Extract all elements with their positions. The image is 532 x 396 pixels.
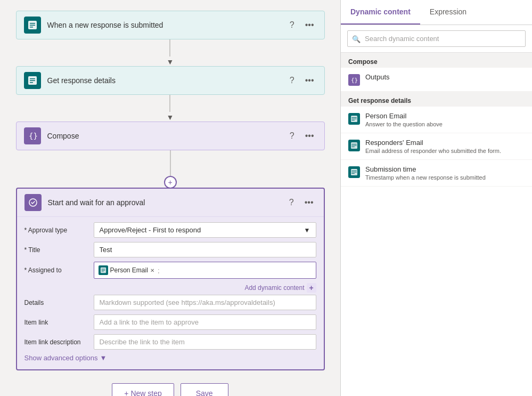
- show-advanced-label: Show advanced options: [24, 354, 98, 362]
- tag-forms-icon: [99, 265, 108, 275]
- person-email-text: Person Email Answer to the question abov…: [365, 112, 443, 127]
- step-title-3: Compose: [47, 132, 287, 140]
- person-email-title: Person Email: [365, 112, 443, 120]
- section-compose: Compose: [341, 53, 532, 68]
- responders-email-title: Responders' Email: [365, 139, 501, 147]
- compose-icon: {}: [24, 127, 41, 144]
- help-btn-3[interactable]: ?: [287, 130, 297, 142]
- svg-rect-26: [351, 173, 355, 174]
- person-email-tag: Person Email ✕: [99, 265, 154, 275]
- approval-type-dropdown[interactable]: Approve/Reject - First to respond ▼: [94, 222, 316, 238]
- help-btn-1[interactable]: ?: [287, 19, 297, 31]
- svg-rect-3: [30, 27, 33, 28]
- help-btn-2[interactable]: ?: [287, 75, 297, 86]
- help-btn-4[interactable]: ?: [287, 197, 297, 208]
- save-label: Save: [196, 389, 213, 396]
- svg-rect-24: [351, 171, 357, 171]
- flow-container: When a new response is submitted ? ••• ▼: [16, 11, 325, 396]
- svg-rect-5: [30, 78, 35, 79]
- title-input[interactable]: [94, 242, 316, 257]
- details-label: Details: [24, 299, 88, 306]
- tag-remove-icon[interactable]: ✕: [150, 268, 154, 273]
- add-step-plus[interactable]: +: [164, 176, 177, 189]
- responders-email-desc: Email address of responder who submitted…: [365, 148, 501, 154]
- bottom-actions: + New step Save: [112, 383, 228, 396]
- more-btn-3[interactable]: •••: [302, 130, 317, 142]
- connector-2: ▼: [167, 95, 174, 122]
- tag-separator: ;: [158, 266, 160, 274]
- svg-rect-16: [351, 117, 357, 118]
- submission-time-text: Submission time Timestamp when a new res…: [365, 165, 486, 181]
- title-row: * Title: [24, 242, 316, 257]
- assigned-to-input[interactable]: Person Email ✕ ;: [94, 262, 316, 279]
- submission-time-desc: Timestamp when a new response is submitt…: [365, 174, 486, 181]
- details-input[interactable]: [94, 295, 316, 310]
- tab-dynamic-label: Dynamic content: [350, 7, 411, 16]
- add-dynamic-content-link[interactable]: Add dynamic content +: [24, 283, 316, 293]
- new-step-button[interactable]: + New step: [112, 383, 174, 396]
- svg-rect-17: [351, 119, 357, 119]
- panel-tabs: Dynamic content Expression: [341, 0, 532, 25]
- tab-expression[interactable]: Expression: [420, 0, 476, 25]
- search-input[interactable]: [347, 30, 526, 47]
- svg-rect-2: [30, 25, 35, 26]
- step-title-4: Start and wait for an approval: [48, 198, 287, 207]
- svg-rect-20: [351, 144, 357, 144]
- item-link-desc-input[interactable]: [94, 334, 316, 350]
- arrow-2: ▼: [167, 113, 174, 122]
- submission-time-item[interactable]: Submission time Timestamp when a new res…: [341, 160, 532, 187]
- step-new-response: When a new response is submitted ? •••: [16, 11, 325, 39]
- compose-output-icon: {}: [348, 74, 360, 86]
- title-label: * Title: [24, 246, 88, 254]
- person-email-icon: [348, 113, 360, 125]
- compose-outputs-text: Outputs: [365, 73, 390, 81]
- forms-icon-2: [24, 72, 41, 89]
- responders-email-item[interactable]: Responders' Email Email address of respo…: [341, 133, 532, 160]
- item-link-desc-row: Item link description: [24, 334, 316, 350]
- forms-icon-1: [24, 17, 41, 34]
- approval-form: * Approval type Approve/Reject - First t…: [17, 216, 324, 369]
- more-btn-1[interactable]: •••: [302, 19, 317, 31]
- show-advanced-btn[interactable]: Show advanced options ▼: [24, 354, 316, 362]
- tab-dynamic-content[interactable]: Dynamic content: [341, 0, 420, 25]
- submission-time-title: Submission time: [365, 165, 486, 173]
- svg-rect-1: [30, 23, 35, 24]
- dynamic-content-panel: Dynamic content Expression 🔍 Compose {} …: [340, 0, 532, 396]
- connector-3: + ▼: [170, 150, 171, 182]
- svg-rect-13: [101, 271, 103, 272]
- more-btn-4[interactable]: •••: [302, 197, 316, 208]
- approval-type-label: * Approval type: [24, 227, 88, 234]
- step-compose: {} Compose ? •••: [16, 122, 325, 150]
- svg-rect-22: [351, 147, 355, 147]
- step-title-2: Get response details: [47, 76, 287, 85]
- svg-rect-6: [30, 80, 35, 82]
- svg-rect-21: [351, 146, 357, 146]
- step-title-1: When a new response is submitted: [47, 21, 287, 29]
- connector-1: ▼: [167, 39, 174, 66]
- approval-type-row: * Approval type Approve/Reject - First t…: [24, 222, 316, 238]
- assigned-to-row: * Assigned to Person E: [24, 262, 316, 279]
- save-button[interactable]: Save: [181, 383, 228, 396]
- svg-rect-11: [101, 269, 105, 269]
- svg-text:{}: {}: [351, 77, 358, 84]
- svg-text:{}: {}: [29, 132, 38, 140]
- item-link-row: Item link: [24, 314, 316, 330]
- add-dynamic-plus-icon: +: [307, 283, 316, 293]
- more-btn-2[interactable]: •••: [302, 75, 317, 86]
- person-email-item[interactable]: Person Email Answer to the question abov…: [341, 107, 532, 133]
- svg-rect-18: [351, 120, 355, 120]
- responders-email-text: Responders' Email Email address of respo…: [365, 139, 501, 154]
- compose-outputs-title: Outputs: [365, 73, 390, 81]
- compose-outputs-item[interactable]: {} Outputs: [341, 68, 532, 92]
- step-approval: Start and wait for an approval ? ••• * A…: [16, 188, 325, 370]
- item-link-input[interactable]: [94, 314, 316, 330]
- step-get-response: Get response details ? •••: [16, 66, 325, 95]
- responders-email-icon: [348, 140, 360, 151]
- svg-rect-12: [101, 270, 105, 271]
- add-dynamic-label: Add dynamic content: [244, 284, 304, 292]
- item-link-label: Item link: [24, 319, 88, 326]
- search-wrap: 🔍: [347, 30, 526, 47]
- person-email-desc: Answer to the question above: [365, 121, 443, 127]
- item-link-desc-label: Item link description: [24, 338, 88, 346]
- svg-rect-7: [30, 82, 33, 83]
